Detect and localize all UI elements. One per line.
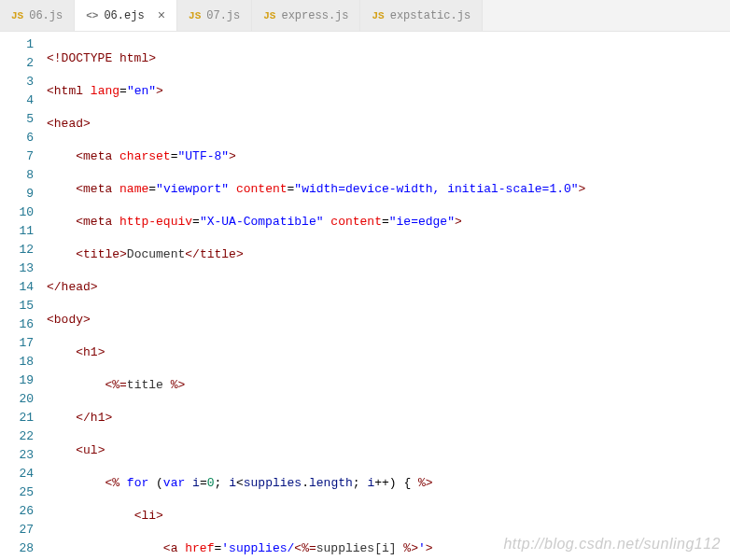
tab-06-ejs[interactable]: <> 06.ejs × [75, 0, 177, 31]
line-number: 16 [0, 315, 34, 334]
js-icon: JS [372, 10, 384, 21]
js-icon: JS [263, 10, 275, 21]
tab-label: 06.js [29, 9, 63, 22]
tab-label: express.js [281, 9, 348, 22]
line-number: 20 [0, 390, 34, 409]
line-number: 9 [0, 185, 34, 203]
doctype: <!DOCTYPE html> [47, 51, 156, 65]
line-number: 24 [0, 465, 34, 483]
tab-express-js[interactable]: JS express.js [252, 0, 360, 31]
code-area[interactable]: <!DOCTYPE html> <html lang="en"> <head> … [47, 32, 730, 560]
watermark: http://blog.csdn.net/sunling112 [503, 536, 721, 553]
line-number: 27 [0, 521, 34, 539]
line-number: 28 [0, 539, 34, 558]
line-gutter: 1234567891011121314151617181920212223242… [0, 32, 47, 560]
js-icon: JS [189, 10, 201, 21]
tab-07-js[interactable]: JS 07.js [177, 0, 252, 31]
line-number: 19 [0, 371, 34, 390]
tab-06-js[interactable]: JS 06.js [0, 0, 75, 31]
line-number: 21 [0, 409, 34, 427]
line-number: 7 [0, 147, 34, 166]
code-editor[interactable]: 1234567891011121314151617181920212223242… [0, 32, 730, 560]
line-number: 17 [0, 334, 34, 353]
line-number: 25 [0, 483, 34, 502]
ejs-icon: <> [86, 10, 98, 21]
line-number: 2 [0, 54, 34, 73]
line-number: 4 [0, 91, 34, 110]
line-number: 1 [0, 35, 34, 54]
line-number: 18 [0, 353, 34, 371]
tab-label: 06.ejs [104, 9, 144, 22]
tab-label: 07.js [206, 9, 240, 22]
line-number: 10 [0, 203, 34, 222]
js-icon: JS [11, 10, 23, 21]
line-number: 14 [0, 278, 34, 297]
line-number: 26 [0, 502, 34, 521]
close-icon[interactable]: × [158, 8, 165, 23]
line-number: 12 [0, 241, 34, 259]
line-number: 23 [0, 446, 34, 465]
line-number: 5 [0, 110, 34, 129]
tab-expstatic-js[interactable]: JS expstatic.js [360, 0, 483, 31]
tab-bar: JS 06.js <> 06.ejs × JS 07.js JS express… [0, 0, 730, 32]
line-number: 22 [0, 427, 34, 446]
line-number: 3 [0, 73, 34, 91]
line-number: 13 [0, 259, 34, 278]
line-number: 8 [0, 166, 34, 185]
line-number: 6 [0, 129, 34, 147]
tab-label: expstatic.js [390, 9, 470, 22]
line-number: 15 [0, 297, 34, 315]
line-number: 11 [0, 222, 34, 241]
